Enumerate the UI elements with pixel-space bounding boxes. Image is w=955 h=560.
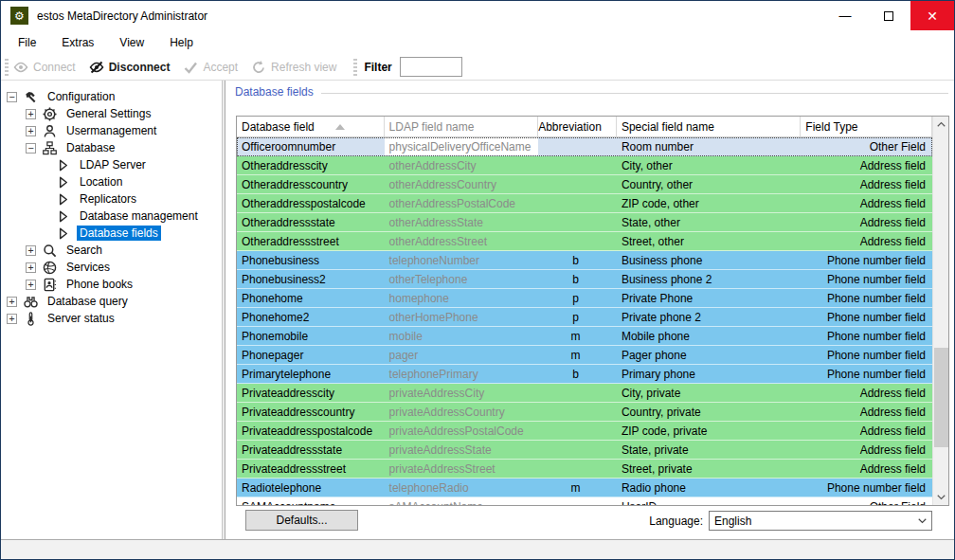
- search-icon: [43, 244, 57, 258]
- filter-label: Filter: [364, 61, 391, 74]
- tree-item-configuration[interactable]: − Configuration: [1, 88, 222, 105]
- expander-icon[interactable]: −: [7, 92, 17, 102]
- tree-item-usermanagement[interactable]: + Usermanagement: [1, 122, 222, 139]
- eye-icon: [13, 60, 28, 75]
- tree-item-ldap-server[interactable]: LDAP Server: [1, 156, 222, 173]
- table-body: OfficeroomnumberphysicalDeliveryOfficeNa…: [237, 137, 932, 505]
- expander-icon[interactable]: +: [7, 297, 17, 307]
- eye-slash-icon: [89, 60, 104, 75]
- hammer-icon: [24, 90, 38, 104]
- expander-icon[interactable]: +: [7, 314, 17, 324]
- table-row[interactable]: SAMAccountnamesAMAccountNameUserIDOther …: [237, 497, 932, 505]
- disconnect-button[interactable]: Disconnect: [89, 60, 171, 75]
- expander-icon[interactable]: +: [26, 109, 36, 119]
- column-header-ldap-field-name[interactable]: LDAP field name: [385, 117, 539, 136]
- menu-file[interactable]: File: [18, 33, 36, 52]
- tree-item-database-management[interactable]: Database management: [1, 208, 222, 225]
- configuration-tree: − Configuration + General Settings + Use…: [1, 81, 222, 539]
- table-row[interactable]: PrivateaddresscountryprivateAddressCount…: [237, 403, 932, 422]
- table-row[interactable]: PhonepagerpagermPager phonePhone number …: [237, 346, 932, 365]
- gear-icon: [43, 107, 57, 121]
- triangle-icon: [56, 158, 70, 172]
- minimize-button[interactable]: —: [823, 1, 867, 30]
- expander-icon[interactable]: +: [26, 280, 36, 290]
- close-button[interactable]: ✕: [910, 1, 954, 30]
- table-row[interactable]: PrivateaddresscityprivateAddressCityCity…: [237, 384, 932, 403]
- table-row[interactable]: PhonemobilemobilemMobile phonePhone numb…: [237, 327, 932, 346]
- maximize-icon: [884, 11, 893, 21]
- table-row[interactable]: PrivateaddressstreetprivateAddressStreet…: [237, 460, 932, 479]
- triangle-icon: [56, 209, 70, 224]
- table-row[interactable]: OtheraddresscountryotherAddressCountryCo…: [237, 175, 932, 194]
- defaults-button[interactable]: Defaults...: [245, 510, 358, 531]
- language-label: Language:: [649, 515, 703, 528]
- expander-icon[interactable]: −: [26, 143, 36, 154]
- tree-item-replicators[interactable]: Replicators: [1, 190, 222, 208]
- triangle-icon: [56, 226, 70, 241]
- column-header-database-field[interactable]: Database field: [237, 117, 385, 136]
- toolbar: Connect Disconnect Accept Refresh view F…: [1, 54, 954, 81]
- table-row[interactable]: Phonebusiness2otherTelephonebBusiness ph…: [237, 270, 932, 289]
- tree-item-phone-books[interactable]: + Phone books: [1, 276, 222, 293]
- table-row[interactable]: PhonebusinesstelephoneNumberbBusiness ph…: [237, 251, 932, 270]
- table-row[interactable]: PhonehomehomephonepPrivate PhonePhone nu…: [237, 289, 932, 308]
- scrollbar-thumb[interactable]: [934, 348, 948, 447]
- table-header: Database field LDAP field name Abbreviat…: [237, 117, 932, 137]
- database-fields-panel: Database fields Database field LDAP fiel…: [225, 81, 954, 539]
- expander-icon[interactable]: +: [26, 262, 36, 273]
- table-row[interactable]: PrivateaddressstateprivateAddressStateSt…: [237, 441, 932, 460]
- refresh-view-button[interactable]: Refresh view: [251, 60, 336, 75]
- table-row[interactable]: Phonehome2otherHomePhonepPrivate phone 2…: [237, 308, 932, 327]
- table-row[interactable]: OtheraddressstreetotherAddressStreetStre…: [237, 232, 932, 251]
- vertical-scrollbar[interactable]: [932, 117, 948, 505]
- table-row[interactable]: OfficeroomnumberphysicalDeliveryOfficeNa…: [237, 137, 932, 156]
- table-row[interactable]: OtheraddressstateotherAddressStateState,…: [237, 213, 932, 232]
- app-icon: ⚙: [10, 7, 28, 25]
- group-divider: [321, 93, 948, 94]
- globe-icon: [43, 261, 57, 275]
- menu-bar: File Extras View Help: [1, 30, 954, 54]
- expander-icon[interactable]: +: [26, 245, 36, 256]
- window-title: estos MetaDirectory Administrator: [37, 9, 207, 23]
- filter-input[interactable]: [400, 57, 462, 77]
- language-select[interactable]: English: [709, 511, 932, 531]
- database-fields-table: Database field LDAP field name Abbreviat…: [236, 116, 949, 506]
- tree-item-location[interactable]: Location: [1, 173, 222, 190]
- sitemap-icon: [43, 141, 57, 155]
- toolbar-grip: [5, 59, 9, 76]
- connect-button[interactable]: Connect: [13, 60, 76, 75]
- table-row[interactable]: PrimarytelephonetelephonePrimarybPrimary…: [237, 365, 932, 384]
- maximize-button[interactable]: [867, 1, 910, 30]
- check-icon: [183, 60, 198, 75]
- sort-asc-icon: [335, 124, 345, 130]
- tree-item-database-fields[interactable]: Database fields: [1, 225, 222, 242]
- menu-extras[interactable]: Extras: [62, 33, 94, 52]
- refresh-icon: [251, 60, 266, 75]
- tree-item-server-status[interactable]: + Server status: [1, 310, 222, 327]
- menu-help[interactable]: Help: [170, 33, 193, 52]
- tree-item-general-settings[interactable]: + General Settings: [1, 105, 222, 122]
- scroll-down-icon[interactable]: [933, 490, 949, 505]
- triangle-icon: [56, 192, 70, 207]
- column-header-abbreviation[interactable]: Abbreviation: [538, 117, 617, 136]
- table-row[interactable]: RadiotelephonetelephoneRadiomRadio phone…: [237, 479, 932, 497]
- toolbar-grip: [353, 59, 357, 76]
- contacts-icon: [43, 278, 57, 292]
- tree-item-database[interactable]: − Database: [1, 139, 222, 156]
- menu-view[interactable]: View: [119, 33, 144, 52]
- binoculars-icon: [24, 295, 38, 309]
- scroll-up-icon[interactable]: [933, 117, 949, 132]
- table-row[interactable]: PrivateaddresspostalcodeprivateAddressPo…: [237, 422, 932, 441]
- tree-item-services[interactable]: + Services: [1, 259, 222, 276]
- expander-icon[interactable]: +: [26, 126, 36, 136]
- table-row[interactable]: OtheraddresscityotherAddressCityCity, ot…: [237, 156, 932, 175]
- user-icon: [43, 124, 57, 138]
- tree-item-database-query[interactable]: + Database query: [1, 293, 222, 310]
- thermometer-icon: [24, 312, 38, 326]
- column-header-field-type[interactable]: Field Type: [801, 117, 932, 136]
- group-title: Database fields: [235, 85, 314, 99]
- column-header-special-field-name[interactable]: Special field name: [617, 117, 801, 136]
- accept-button[interactable]: Accept: [183, 60, 238, 75]
- table-row[interactable]: OtheraddresspostalcodeotherAddressPostal…: [237, 194, 932, 213]
- tree-item-search[interactable]: + Search: [1, 242, 222, 259]
